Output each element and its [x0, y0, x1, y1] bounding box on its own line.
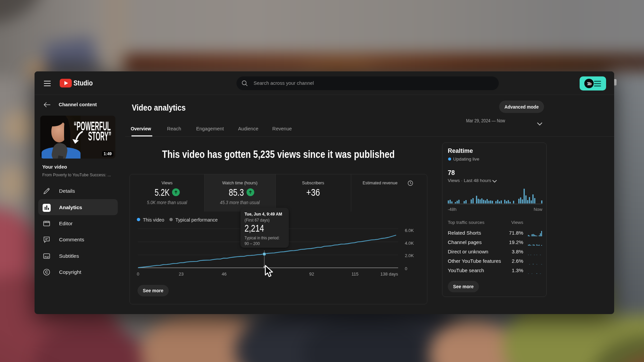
svg-text:C: C	[45, 270, 48, 275]
